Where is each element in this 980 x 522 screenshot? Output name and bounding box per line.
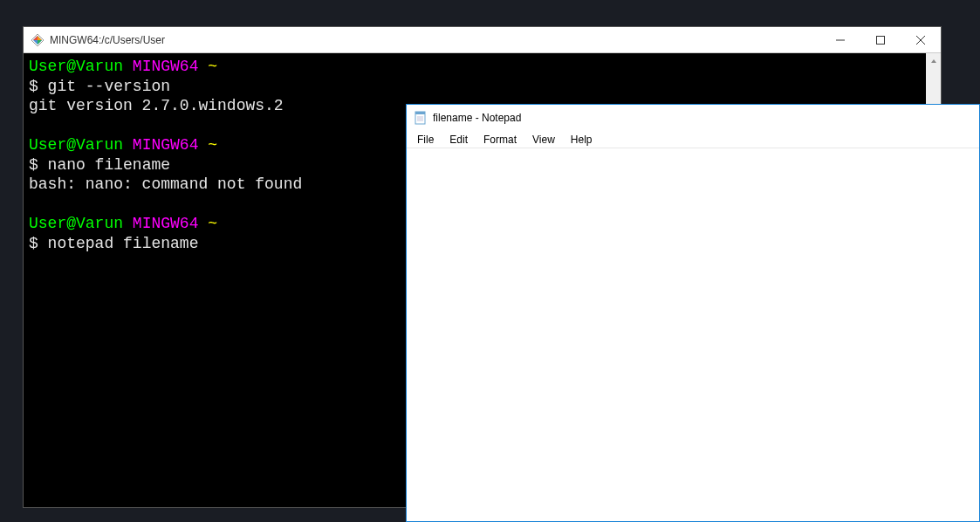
notepad-window: filename - Notepad File Edit Format View… bbox=[406, 104, 980, 522]
terminal-line: User@Varun MINGW64 ~ bbox=[29, 57, 935, 77]
prompt-dollar: $ bbox=[29, 156, 48, 174]
prompt-user: User@Varun bbox=[29, 136, 123, 154]
prompt-user: User@Varun bbox=[29, 58, 123, 75]
minimize-button[interactable] bbox=[820, 27, 860, 52]
prompt-path: ~ bbox=[208, 58, 217, 75]
prompt-env: MINGW64 bbox=[133, 136, 199, 154]
notepad-titlebar[interactable]: filename - Notepad bbox=[407, 105, 979, 131]
command-text: git --version bbox=[48, 78, 170, 95]
command-text: notepad filename bbox=[48, 235, 199, 252]
menu-help[interactable]: Help bbox=[564, 132, 600, 148]
command-text: nano filename bbox=[48, 156, 170, 174]
notepad-menubar: File Edit Format View Help bbox=[407, 131, 979, 148]
menu-format[interactable]: Format bbox=[476, 132, 524, 148]
prompt-env: MINGW64 bbox=[133, 215, 199, 232]
menu-file[interactable]: File bbox=[410, 132, 441, 148]
svg-rect-6 bbox=[877, 36, 885, 44]
terminal-titlebar[interactable]: MINGW64:/c/Users/User bbox=[24, 27, 941, 53]
prompt-path: ~ bbox=[208, 215, 217, 232]
terminal-line: $ git --version bbox=[29, 77, 935, 97]
prompt-user: User@Varun bbox=[29, 215, 123, 232]
svg-marker-9 bbox=[931, 59, 936, 63]
terminal-title: MINGW64:/c/Users/User bbox=[50, 34, 820, 46]
prompt-dollar: $ bbox=[29, 235, 48, 252]
svg-rect-11 bbox=[415, 112, 425, 114]
notepad-title: filename - Notepad bbox=[433, 112, 979, 124]
menu-edit[interactable]: Edit bbox=[442, 132, 475, 148]
maximize-button[interactable] bbox=[860, 27, 901, 52]
close-button[interactable] bbox=[901, 27, 941, 52]
prompt-dollar: $ bbox=[29, 78, 48, 95]
prompt-env: MINGW64 bbox=[133, 58, 199, 75]
prompt-path: ~ bbox=[208, 136, 217, 154]
window-controls bbox=[820, 27, 941, 52]
git-bash-icon bbox=[31, 33, 45, 47]
notepad-text-area[interactable] bbox=[407, 148, 979, 521]
menu-view[interactable]: View bbox=[525, 132, 562, 148]
notepad-icon bbox=[414, 111, 428, 125]
scroll-up-icon[interactable] bbox=[926, 53, 941, 68]
